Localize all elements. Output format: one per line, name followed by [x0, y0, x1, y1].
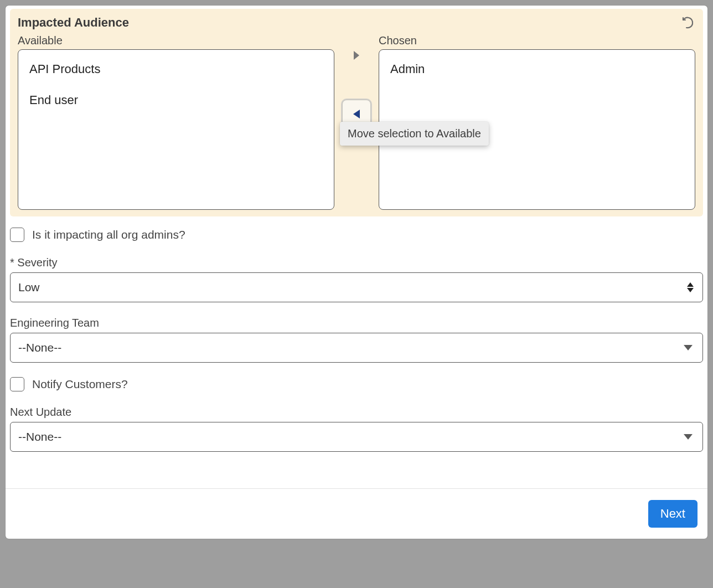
form-content: Impacted Audience Available API Products…	[6, 6, 707, 457]
undo-button[interactable]	[681, 16, 695, 30]
engineering-team-label: Engineering Team	[10, 317, 703, 329]
engineering-team-value: --None--	[18, 341, 61, 354]
footer: Next	[6, 488, 707, 539]
panel-title: Impacted Audience	[18, 16, 129, 30]
chevron-down-icon	[684, 434, 693, 440]
available-listbox[interactable]: API Products End user	[18, 49, 334, 210]
mover-column: Move selection to Available	[340, 34, 373, 210]
form-area: Is it impacting all org admins? * Severi…	[6, 216, 707, 452]
notify-customers-label: Notify Customers?	[32, 378, 128, 391]
impacting-all-checkbox[interactable]	[10, 228, 24, 242]
move-right-button[interactable]	[351, 50, 362, 61]
notify-customers-checkbox[interactable]	[10, 377, 24, 391]
impacted-audience-panel: Impacted Audience Available API Products…	[10, 9, 703, 216]
severity-field: * Severity Low	[10, 256, 703, 302]
chevron-down-icon	[684, 345, 693, 350]
next-update-label: Next Update	[10, 406, 703, 419]
list-item[interactable]: Admin	[390, 60, 684, 79]
impacting-all-row: Is it impacting all org admins?	[10, 228, 703, 242]
undo-icon	[681, 16, 695, 29]
engineering-team-field: Engineering Team --None--	[10, 317, 703, 363]
available-column: Available API Products End user	[18, 34, 334, 210]
chevron-left-icon	[352, 109, 361, 119]
severity-label: * Severity	[10, 256, 703, 269]
panel-header: Impacted Audience	[18, 16, 695, 30]
next-button[interactable]: Next	[648, 500, 698, 528]
list-item[interactable]: API Products	[29, 60, 323, 91]
impacting-all-label: Is it impacting all org admins?	[32, 228, 185, 241]
severity-value: Low	[18, 281, 40, 294]
next-update-value: --None--	[18, 430, 61, 443]
chevron-right-icon	[351, 50, 362, 61]
severity-select[interactable]: Low	[10, 272, 703, 302]
form-window: Impacted Audience Available API Products…	[6, 6, 707, 539]
chosen-label: Chosen	[379, 34, 695, 47]
next-update-select[interactable]: --None--	[10, 422, 703, 452]
dual-listbox: Available API Products End user Move sel…	[18, 34, 695, 210]
available-label: Available	[18, 34, 334, 47]
move-left-tooltip: Move selection to Available	[340, 122, 489, 146]
list-item[interactable]: End user	[29, 91, 323, 110]
notify-customers-row: Notify Customers?	[10, 377, 703, 391]
sort-icon	[687, 282, 694, 292]
engineering-team-select[interactable]: --None--	[10, 333, 703, 363]
next-update-field: Next Update --None--	[10, 406, 703, 452]
